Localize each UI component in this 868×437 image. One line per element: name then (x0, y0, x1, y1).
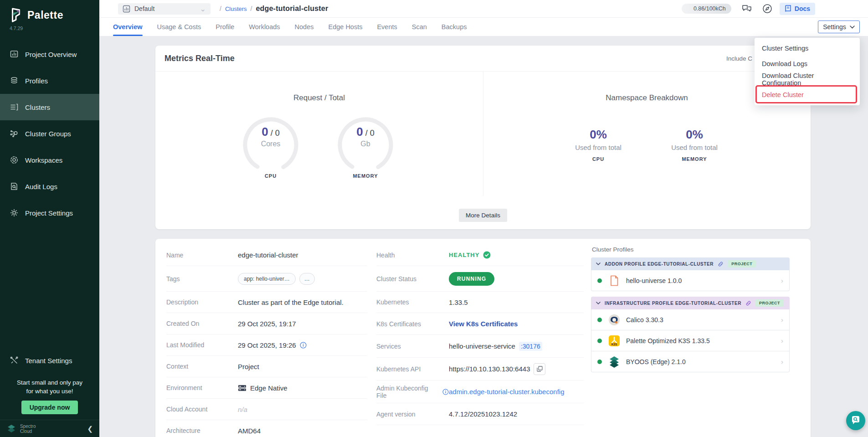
link-icon (718, 261, 724, 267)
addon-profile-group: ADDON PROFILE EDGE-TUTORIAL-CLUSTER PROJ… (591, 257, 790, 291)
book-icon (785, 5, 791, 12)
compass-icon[interactable] (762, 4, 772, 14)
include-toggle-label[interactable]: Include C (726, 55, 752, 62)
pack-row-hello-universe[interactable]: hello-universe 1.0.0 › (591, 270, 790, 291)
sidebar-item-label: Tenant Settings (25, 357, 72, 365)
tab-scan[interactable]: Scan (412, 18, 427, 36)
menu-item-download-logs[interactable]: Download Logs (755, 56, 860, 72)
sidebar-item-clusters[interactable]: Clusters (0, 94, 99, 120)
info-icon[interactable] (442, 389, 449, 395)
namespace-cpu-stat: 0% Used from total CPU (555, 128, 642, 162)
tab-profile[interactable]: Profile (216, 18, 234, 36)
sidebar-item-label: Project Settings (25, 209, 73, 217)
sidebar-item-project-settings[interactable]: Project Settings (0, 200, 99, 226)
memory-unit: Gb (360, 140, 370, 148)
detail-row-cloud-account: Cloud Account n/a (166, 399, 367, 420)
chevron-down-icon (596, 302, 601, 305)
copy-icon (537, 366, 543, 372)
sidebar-item-profiles[interactable]: Profiles (0, 67, 99, 94)
sidebar-item-label: Profiles (25, 77, 48, 85)
service-port-link[interactable]: :30176 (519, 342, 542, 351)
info-icon[interactable] (300, 342, 307, 349)
chevron-down-icon (596, 262, 601, 266)
menu-item-cluster-settings[interactable]: Cluster Settings (755, 41, 860, 56)
addon-profile-header[interactable]: ADDON PROFILE EDGE-TUTORIAL-CLUSTER PROJ… (591, 257, 790, 270)
project-selector[interactable]: Default ⌄ (118, 3, 211, 15)
tab-events[interactable]: Events (377, 18, 397, 36)
copy-button[interactable] (534, 363, 545, 375)
chat-icon[interactable] (741, 4, 752, 14)
breadcrumb-separator: / (251, 5, 252, 12)
target-icon (10, 155, 19, 165)
metrics-header: Metrics Real-Time Include C (155, 46, 811, 72)
status-dot (597, 278, 602, 283)
sidebar-item-label: Clusters (25, 103, 50, 111)
tab-workloads[interactable]: Workloads (249, 18, 280, 36)
infrastructure-profile-header[interactable]: INFRASTRUCTURE PROFILE EDGE-TUTORIAL-CLU… (591, 297, 790, 309)
chevron-right-icon: › (781, 358, 783, 365)
edge-native-icon (238, 385, 247, 391)
gear-icon (10, 208, 19, 217)
infrastructure-profile-group: INFRASTRUCTURE PROFILE EDGE-TUTORIAL-CLU… (591, 297, 790, 372)
cpu-gauge: 0 / 0 Cores CPU (236, 111, 305, 179)
metrics-real-time-card: Metrics Real-Time Include C Request / To… (155, 46, 811, 229)
more-details-button[interactable]: More Details (459, 209, 507, 222)
project-selector-value: Default (134, 5, 154, 12)
menu-item-download-cluster-configuration[interactable]: Download Cluster Configuration (755, 72, 860, 87)
bar-chart-icon (10, 50, 19, 59)
network-icon (10, 129, 19, 138)
tab-usage-costs[interactable]: Usage & Costs (157, 18, 201, 36)
pack-row-calico[interactable]: Calico 3.30.3 › (591, 309, 790, 330)
tab-overview[interactable]: Overview (113, 18, 143, 36)
settings-button-label: Settings (823, 23, 846, 31)
pack-row-k3s[interactable]: K3S Palette Optimized K3S 1.33.5 › (591, 330, 790, 351)
settings-button[interactable]: Settings (818, 21, 860, 33)
detail-row-cluster-status: Cluster Status RUNNING (376, 266, 584, 292)
chat-search-icon (851, 416, 861, 426)
detail-row-kubernetes-api: Kubernetes API https://10.10.130.130:644… (376, 358, 584, 380)
project-icon (123, 5, 130, 13)
sidebar-item-project-overview[interactable]: Project Overview (0, 41, 99, 67)
tab-backups[interactable]: Backups (442, 18, 467, 36)
cpu-used: 0 (262, 125, 268, 139)
chevron-down-icon (850, 26, 855, 29)
detail-row-created-on: Created On 29 Oct 2025, 19:17 (166, 313, 367, 334)
docs-button[interactable]: Docs (780, 3, 815, 15)
tools-icon (10, 356, 19, 365)
sidebar-item-label: Cluster Groups (25, 130, 71, 138)
scope-badge: PROJECT (728, 260, 756, 267)
detail-row-last-modified: Last Modified 29 Oct 2025, 19:26 (166, 334, 367, 356)
tab-nodes[interactable]: Nodes (295, 18, 314, 36)
cluster-tabs: Overview Usage & Costs Profile Workloads… (99, 18, 868, 36)
sidebar-item-workspaces[interactable]: Workspaces (0, 147, 99, 173)
sidebar-item-cluster-groups[interactable]: Cluster Groups (0, 120, 99, 147)
more-tags-chip[interactable]: … (299, 273, 315, 285)
status-dot (597, 318, 602, 322)
detail-row-environment: Environment Edge Native (166, 377, 367, 399)
help-launcher-button[interactable] (846, 411, 865, 430)
palette-logo: Palette (0, 0, 99, 23)
detail-row-k8s-certificates: K8s Certificates View K8s Certificates (376, 313, 584, 335)
calico-logo-icon (608, 314, 620, 326)
tab-edge-hosts[interactable]: Edge Hosts (328, 18, 362, 36)
memory-label: MEMORY (331, 173, 400, 179)
menu-item-delete-cluster[interactable]: Delete Cluster (755, 87, 860, 103)
namespace-cpu-value: 0% (555, 128, 642, 142)
details-middle-column: Health HEALTHY Cluster Status RUNNING Ku… (376, 244, 584, 425)
cluster-profiles-panel: Cluster Profiles ADDON PROFILE EDGE-TUTO… (591, 239, 790, 378)
collapse-sidebar-icon[interactable]: ❮ (87, 425, 93, 433)
view-k8s-certificates-link[interactable]: View K8s Certificates (449, 320, 518, 328)
running-badge: RUNNING (449, 272, 494, 286)
pack-row-byoos[interactable]: BYOOS (Edge) 2.1.0 › (591, 351, 790, 372)
sidebar-item-audit-logs[interactable]: Audit Logs (0, 173, 99, 200)
detail-row-name: Name edge-tutorial-cluster (166, 244, 367, 266)
clusters-list-icon (10, 103, 19, 112)
upgrade-now-button[interactable]: Upgrade now (21, 401, 78, 414)
breadcrumb-clusters-link[interactable]: Clusters (225, 5, 247, 12)
sidebar-item-label: Audit Logs (25, 183, 57, 190)
sidebar: Palette 4.7.29 Project Overview Profiles… (0, 0, 99, 437)
doc-search-icon (10, 182, 19, 191)
tag-chip[interactable]: app: hello-univer… (238, 273, 296, 285)
sidebar-item-tenant-settings[interactable]: Tenant Settings (0, 347, 99, 374)
kubeconfig-download-link[interactable]: admin.edge-tutorial-cluster.kubeconfig (449, 388, 564, 396)
